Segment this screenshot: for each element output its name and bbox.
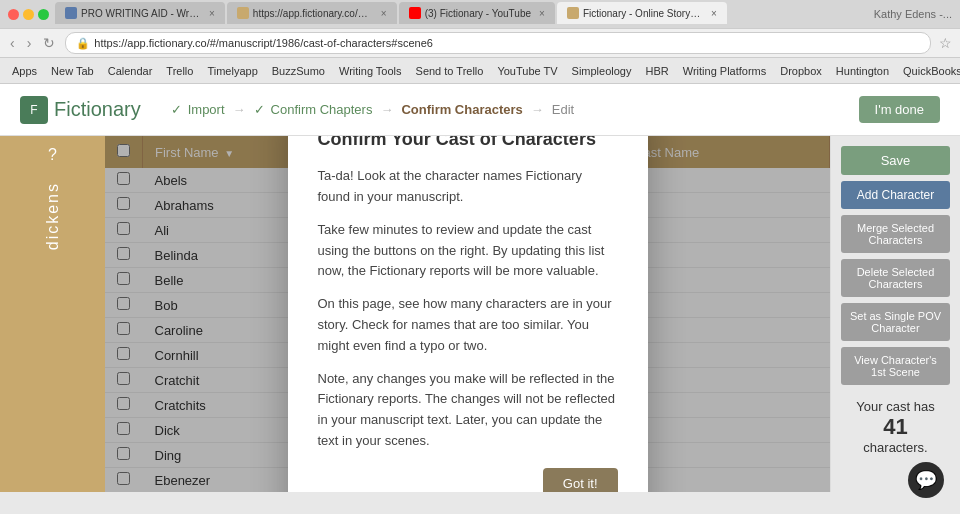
- app-logo: F Fictionary: [20, 96, 141, 124]
- modal-para-4: Note, any changes you make will be refle…: [318, 369, 618, 452]
- modal-overlay: Confirm Your Cast of Characters Ta-da! L…: [105, 136, 830, 492]
- chapters-label: Confirm Chapters: [271, 102, 373, 117]
- arrow-2: →: [380, 102, 393, 117]
- sidebar: ? dickens: [0, 136, 105, 492]
- minimize-button[interactable]: [23, 9, 34, 20]
- cast-text: Your cast has: [856, 399, 934, 414]
- bookmark-buzzsumo[interactable]: BuzzSumo: [268, 64, 329, 78]
- logo-icon: F: [20, 96, 48, 124]
- gotit-button[interactable]: Got it!: [543, 468, 618, 492]
- bookmark-trello[interactable]: Trello: [162, 64, 197, 78]
- tab-favicon-3: [409, 7, 421, 19]
- tab-close-4[interactable]: ×: [711, 8, 717, 19]
- bookmark-hbr[interactable]: HBR: [641, 64, 672, 78]
- arrow-3: →: [531, 102, 544, 117]
- import-check-icon: ✓: [171, 102, 182, 117]
- modal-footer: Got it!: [318, 468, 618, 492]
- table-area: First Name ▼ Middle Name Last Name Abels…: [105, 136, 830, 492]
- right-panel: Save Add Character Merge Selected Charac…: [830, 136, 960, 492]
- cast-suffix: characters.: [863, 440, 927, 455]
- bookmark-youtubetv[interactable]: YouTube TV: [493, 64, 561, 78]
- bookmark-simpleology[interactable]: Simpleology: [568, 64, 636, 78]
- app-header: F Fictionary ✓ Import → ✓ Confirm Chapte…: [0, 84, 960, 136]
- view-scene-button[interactable]: View Character's 1st Scene: [841, 347, 950, 385]
- address-bar[interactable]: 🔒 https://app.fictionary.co/#/manuscript…: [65, 32, 931, 54]
- imdone-button[interactable]: I'm done: [859, 96, 940, 123]
- breadcrumb-chapters[interactable]: ✓ Confirm Chapters: [254, 102, 373, 117]
- bookmark-writingtools[interactable]: Writing Tools: [335, 64, 406, 78]
- help-icon[interactable]: ?: [48, 146, 57, 164]
- bookmark-huntington[interactable]: Huntington: [832, 64, 893, 78]
- modal-para-3: On this page, see how many characters ar…: [318, 294, 618, 356]
- set-pov-button[interactable]: Set as Single POV Character: [841, 303, 950, 341]
- tab-label-3: (3) Fictionary - YouTube: [425, 8, 531, 19]
- address-text: https://app.fictionary.co/#/manuscript/1…: [94, 37, 433, 49]
- modal-para-1: Ta-da! Look at the character names Ficti…: [318, 166, 618, 208]
- characters-label: Confirm Characters: [401, 102, 522, 117]
- import-label: Import: [188, 102, 225, 117]
- bookmark-writingplatforms[interactable]: Writing Platforms: [679, 64, 771, 78]
- tab-favicon-4: [567, 7, 579, 19]
- delete-characters-button[interactable]: Delete Selected Characters: [841, 259, 950, 297]
- tab-favicon-1: [65, 7, 77, 19]
- bookmarks-bar: Apps New Tab Calendar Trello Timelyapp B…: [0, 58, 960, 84]
- edit-label: Edit: [552, 102, 574, 117]
- chat-bubble[interactable]: 💬: [908, 462, 944, 492]
- breadcrumb-import[interactable]: ✓ Import: [171, 102, 225, 117]
- browser-tab-4[interactable]: Fictionary - Online Story Edit... ×: [557, 2, 727, 24]
- tab-label-1: PRO WRITING AID - Writing A...: [81, 8, 201, 19]
- breadcrumb: ✓ Import → ✓ Confirm Chapters → Confirm …: [171, 102, 575, 117]
- add-character-button[interactable]: Add Character: [841, 181, 950, 209]
- tab-favicon-2: [237, 7, 249, 19]
- back-button[interactable]: ‹: [8, 35, 17, 51]
- modal-body: Ta-da! Look at the character names Ficti…: [318, 166, 618, 452]
- cast-count: Your cast has 41 characters.: [841, 399, 950, 455]
- fullscreen-button[interactable]: [38, 9, 49, 20]
- main-content: ? dickens First Name ▼ Middle Name: [0, 136, 960, 492]
- bookmark-timelyapp[interactable]: Timelyapp: [203, 64, 261, 78]
- header-right: I'm done: [859, 96, 940, 123]
- bookmark-sendtotrello[interactable]: Send to Trello: [412, 64, 488, 78]
- tab-label-2: https://app.fictionary.co/#/ma...: [253, 8, 373, 19]
- bookmark-calendar[interactable]: Calendar: [104, 64, 157, 78]
- browser-tab-2[interactable]: https://app.fictionary.co/#/ma... ×: [227, 2, 397, 24]
- modal: Confirm Your Cast of Characters Ta-da! L…: [288, 136, 648, 492]
- tab-close-1[interactable]: ×: [209, 8, 215, 19]
- forward-button[interactable]: ›: [25, 35, 34, 51]
- bookmark-dropbox[interactable]: Dropbox: [776, 64, 826, 78]
- breadcrumb-edit: Edit: [552, 102, 574, 117]
- tab-label-4: Fictionary - Online Story Edit...: [583, 8, 703, 19]
- browser-titlebar: PRO WRITING AID - Writing A... × https:/…: [0, 0, 960, 28]
- close-button[interactable]: [8, 9, 19, 20]
- breadcrumb-characters: Confirm Characters: [401, 102, 522, 117]
- merge-characters-button[interactable]: Merge Selected Characters: [841, 215, 950, 253]
- tab-close-3[interactable]: ×: [539, 8, 545, 19]
- chapters-check-icon: ✓: [254, 102, 265, 117]
- cast-number: 41: [841, 414, 950, 440]
- browser-chrome: PRO WRITING AID - Writing A... × https:/…: [0, 0, 960, 84]
- bookmark-apps[interactable]: Apps: [8, 64, 41, 78]
- tab-close-2[interactable]: ×: [381, 8, 387, 19]
- save-button[interactable]: Save: [841, 146, 950, 175]
- bookmark-quickbooks[interactable]: QuickBooks Self-E...: [899, 64, 960, 78]
- sidebar-label: dickens: [44, 182, 62, 250]
- modal-para-2: Take few minutes to review and update th…: [318, 220, 618, 282]
- bookmark-newtab[interactable]: New Tab: [47, 64, 98, 78]
- modal-title: Confirm Your Cast of Characters: [318, 136, 618, 150]
- secure-icon: 🔒: [76, 37, 90, 50]
- bookmark-star[interactable]: ☆: [939, 35, 952, 51]
- browser-user: Kathy Edens -...: [874, 8, 952, 20]
- app-container: F Fictionary ✓ Import → ✓ Confirm Chapte…: [0, 84, 960, 492]
- app-name: Fictionary: [54, 98, 141, 121]
- browser-tab-3[interactable]: (3) Fictionary - YouTube ×: [399, 2, 555, 24]
- browser-tab-1[interactable]: PRO WRITING AID - Writing A... ×: [55, 2, 225, 24]
- refresh-button[interactable]: ↻: [41, 35, 57, 51]
- arrow-1: →: [233, 102, 246, 117]
- traffic-lights: [8, 9, 49, 20]
- browser-addressbar: ‹ › ↻ 🔒 https://app.fictionary.co/#/manu…: [0, 28, 960, 58]
